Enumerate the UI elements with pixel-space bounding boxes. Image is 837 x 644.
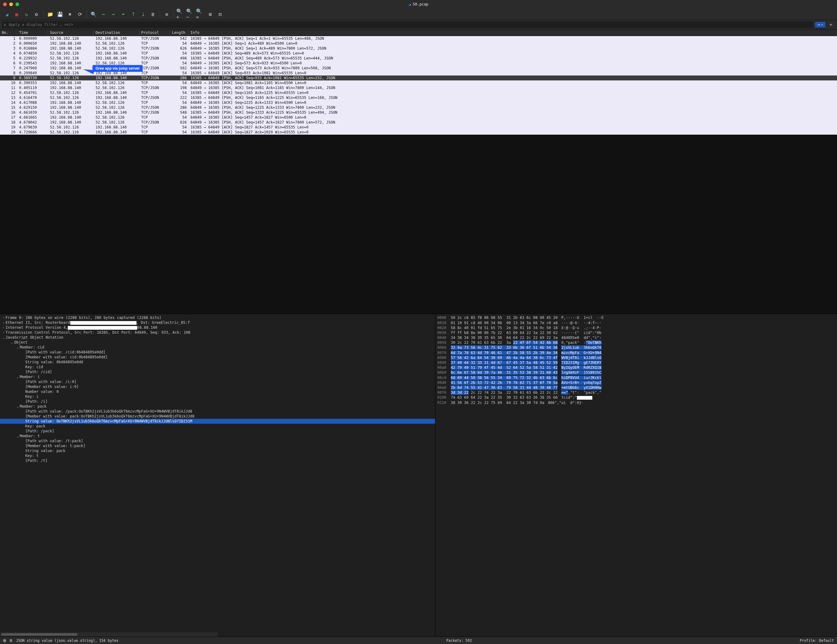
status-profile[interactable]: Profile: Default <box>800 639 834 643</box>
hex-row[interactable]: 0020 58 8c 40 01 fd 51 b5 75 2e 3b 01 16… <box>437 325 835 330</box>
tree-line[interactable]: ⌄Member: pack <box>0 404 435 409</box>
go-last-button[interactable]: ⤓ <box>139 10 147 18</box>
hex-row[interactable]: 0050 30 2c 22 70 61 63 6b 22 3a 22 4f 6f… <box>437 340 835 345</box>
packet-row[interactable]: 164.66103952.58.102.126192.168.88.140TCP… <box>0 110 837 115</box>
packet-row[interactable]: 120.45470152.58.102.126192.168.88.140TCP… <box>0 90 837 95</box>
hex-row[interactable]: 0080 57 56 42 6a 64 54 38 69 6b 4a 4a 64… <box>437 355 835 360</box>
open-file-button[interactable]: 📁 <box>46 10 54 18</box>
col-time[interactable]: Time <box>17 29 48 36</box>
window-minimize-button[interactable] <box>9 2 13 6</box>
packet-row[interactable]: 144.617088192.168.88.14052.58.102.126TCP… <box>0 100 837 105</box>
zoom-in-button[interactable]: 🔍+ <box>176 10 185 18</box>
packet-row[interactable]: 80.29984052.58.102.126192.168.88.140TCP5… <box>0 70 837 75</box>
tree-line[interactable]: [Member with value: cid:0b484895e0dd] <box>0 355 435 360</box>
tree-line[interactable]: ›Transmission Control Protocol, Src Port… <box>0 330 435 335</box>
window-close-button[interactable] <box>3 2 7 6</box>
hex-row[interactable]: 0040 34 38 34 38 39 35 65 30 64 64 22 2c… <box>437 335 835 340</box>
packet-row[interactable]: 194.67963952.58.102.126192.168.88.140TCP… <box>0 125 837 130</box>
tree-line[interactable]: [Path: /t] <box>0 458 435 463</box>
tree-line[interactable]: Key: t <box>0 453 435 458</box>
shark-fin-icon[interactable]: ◢ <box>2 10 11 18</box>
tree-line[interactable]: [Path with value: /cid:0b484895e0dd] <box>0 350 435 355</box>
packet-row[interactable]: 50.22993252.58.102.126192.168.88.140TCP/… <box>0 56 837 61</box>
tree-line[interactable]: [Member with value: pack:OoTBKh2jsVL1ub3… <box>0 414 435 419</box>
hex-row[interactable]: 00c0 68 69 44 50 38 56 55 34 69 75 72 32… <box>437 375 835 380</box>
packet-row[interactable]: 134.61647052.58.102.126192.168.88.140TCP… <box>0 95 837 100</box>
packet-row[interactable]: 20.000650192.168.88.14052.58.102.126TCP5… <box>0 41 837 46</box>
colorize-button[interactable]: ≡ <box>162 10 171 18</box>
packet-details-pane[interactable]: ›Frame 9: 286 bytes on wire (2288 bits),… <box>0 314 435 637</box>
options-button[interactable]: ⚙ <box>32 10 41 18</box>
hex-row[interactable]: 0100 74 63 69 64 22 3a 22 35 30 32 63 63… <box>437 395 835 400</box>
stop-capture-button[interactable]: ■ <box>12 10 21 18</box>
bookmark-icon[interactable]: ▮ <box>4 23 6 27</box>
tree-line[interactable]: [Path with value: /i:0] <box>0 379 435 384</box>
tree-line[interactable]: Key: pack <box>0 424 435 429</box>
col-no[interactable]: No. <box>0 29 17 36</box>
hex-row[interactable]: 00e0 2b 6d 74 55 42 47 36 63 79 58 31 44… <box>437 385 835 390</box>
resize-columns-button-2[interactable]: ⊟ <box>216 10 224 18</box>
next-button[interactable]: ➡ <box>109 10 118 18</box>
close-file-button[interactable]: ✖ <box>66 10 74 18</box>
packet-row[interactable]: 10.00000052.58.102.126192.168.88.140TCP/… <box>0 36 837 41</box>
tree-line[interactable]: String value: 0b484895e0dd <box>0 360 435 364</box>
packet-row[interactable]: 100.390353192.168.88.14052.58.102.126TCP… <box>0 80 837 85</box>
hex-row[interactable]: 0070 6d 7a 76 63 4d 70 46 61 47 2b 58 55… <box>437 350 835 355</box>
packet-row[interactable]: 60.230543192.168.88.14052.58.102.126TCP5… <box>0 61 837 66</box>
restart-capture-button[interactable]: ↻ <box>22 10 31 18</box>
tree-line[interactable]: [Path with value: /t:pack] <box>0 439 435 443</box>
hex-row[interactable]: 00a0 42 79 49 51 79 4f 45 4d 52 64 52 5a… <box>437 365 835 370</box>
packet-row[interactable]: 154.629150192.168.88.14052.58.102.126TCP… <box>0 105 837 110</box>
zoom-out-button[interactable]: 🔍− <box>186 10 195 18</box>
tree-line[interactable]: ⌄Member: t <box>0 434 435 439</box>
hex-row[interactable]: 00f0 3d 3d 22 2c 22 74 22 3a 22 70 61 63… <box>437 390 835 395</box>
prev-button[interactable]: ⬅ <box>99 10 108 18</box>
packet-row[interactable]: 90.38973952.58.102.126192.168.88.140TCP/… <box>0 75 837 80</box>
save-file-button[interactable]: 💾 <box>56 10 64 18</box>
tree-line[interactable]: ⌄Member: cid <box>0 345 435 350</box>
tree-line[interactable]: Key: i <box>0 394 435 399</box>
expert-info-icon[interactable] <box>3 639 6 642</box>
col-proto[interactable]: Protocol <box>139 29 170 36</box>
tree-line[interactable]: Key: cid <box>0 364 435 369</box>
apply-filter-button[interactable]: ➔ ▾ <box>815 22 825 28</box>
scrollbar[interactable] <box>0 632 218 637</box>
col-info[interactable]: Info <box>189 29 837 36</box>
tree-line[interactable]: ›Internet Protocol Version 4,.68.88.140 <box>0 325 435 330</box>
packet-row[interactable]: 204.72966652.58.102.126192.168.88.140TCP… <box>0 130 837 134</box>
hex-row[interactable]: 0090 37 49 44 32 33 31 4d 67 67 45 37 5a… <box>437 360 835 365</box>
packet-row[interactable]: 184.678042192.168.88.14052.58.102.126TCP… <box>0 120 837 125</box>
tree-line[interactable]: ⌄JavaScript Object Notation <box>0 335 435 340</box>
reload-button[interactable]: ⟳ <box>75 10 84 18</box>
add-filter-button[interactable]: ＋ <box>827 21 835 28</box>
tree-line[interactable]: ⌄Object <box>0 340 435 345</box>
zoom-reset-button[interactable]: 🔍= <box>196 10 205 18</box>
hex-row[interactable]: 0110 38 30 36 22 2c 22 75 69 64 22 3a 30… <box>437 400 835 405</box>
hex-row[interactable]: 0010 01 10 91 c8 40 00 34 06 00 13 34 3a… <box>437 320 835 325</box>
tree-line[interactable]: [Path: /cid] <box>0 369 435 374</box>
hex-pane[interactable]: 0000 50 2c c6 85 f8 06 08 55 31 2b 63 6c… <box>435 314 837 637</box>
packet-row[interactable]: 110.405119192.168.88.14052.58.102.126TCP… <box>0 85 837 90</box>
tree-line[interactable]: [Path: /pack] <box>0 429 435 434</box>
col-source[interactable]: Source <box>48 29 94 36</box>
tree-line[interactable]: ›Frame 9: 286 bytes on wire (2288 bits),… <box>0 315 435 320</box>
tree-line[interactable]: [Path: /i] <box>0 399 435 404</box>
packet-row[interactable]: 70.247960192.168.88.14052.58.102.126TCP/… <box>0 66 837 70</box>
tree-line[interactable]: [Path with value: /pack:OoTBKh2jsVL1ub3k… <box>0 409 435 414</box>
hex-row[interactable]: 0060 32 6a 73 56 4c 31 75 62 33 6b 36 6f… <box>437 345 835 350</box>
tree-line[interactable]: String value: OoTBKh2jsVL1ub3k6oQkT6mzvc… <box>0 419 435 424</box>
hex-row[interactable]: 0030 ff ff b8 8e 00 00 7b 22 63 69 64 22… <box>437 330 835 335</box>
resize-columns-button[interactable]: ⊞ <box>206 10 215 18</box>
find-button[interactable]: 🔍 <box>89 10 98 18</box>
packet-list[interactable]: No. Time Source Destination Protocol Len… <box>0 29 837 314</box>
hex-row[interactable]: 00d0 41 56 6f 2b 53 72 42 2b 79 76 62 71… <box>437 380 835 385</box>
tree-line[interactable]: ⌄Member: i <box>0 374 435 379</box>
jump-button[interactable]: ➥ <box>119 10 128 18</box>
col-dest[interactable]: Destination <box>94 29 139 36</box>
hex-row[interactable]: 00b0 6c 6e 67 58 6d 39 7a 46 31 35 53 38… <box>437 370 835 375</box>
tree-line[interactable]: [Member with value: i:0] <box>0 384 435 389</box>
display-filter-input[interactable] <box>2 21 813 28</box>
window-zoom-button[interactable] <box>15 2 19 6</box>
hex-row[interactable]: 0000 50 2c c6 85 f8 06 08 55 31 2b 63 6c… <box>437 315 835 320</box>
tree-line[interactable]: [Member with value: t:pack] <box>0 443 435 448</box>
